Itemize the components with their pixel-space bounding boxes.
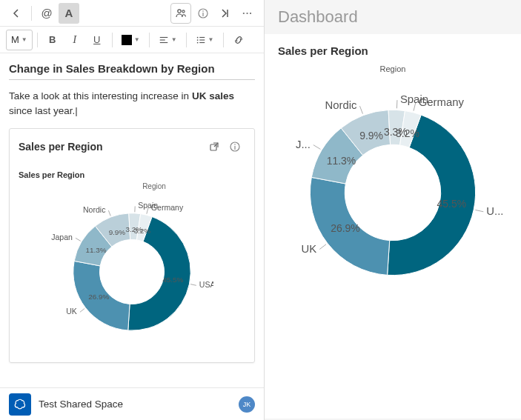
svg-line-27 bbox=[313, 145, 321, 150]
category-label: Japan bbox=[51, 233, 73, 241]
svg-line-25 bbox=[475, 210, 483, 211]
svg-line-21 bbox=[76, 238, 81, 241]
donut-chart-large[interactable]: 45.5%26.9%11.3%9.9%3.3%3.2%U...UKJ...Nor… bbox=[278, 78, 508, 307]
embedded-chart-card: Sales per Region Sales per Region Region… bbox=[9, 128, 255, 363]
editor-panel: @ A ··· M▼ B I U ▼ ▼ ▼ Change in Sales B… bbox=[0, 0, 265, 420]
category-label: USA bbox=[199, 280, 213, 289]
value-label: 3.2% bbox=[134, 226, 151, 234]
svg-line-29 bbox=[396, 100, 397, 108]
svg-point-17 bbox=[234, 144, 236, 145]
back-button[interactable] bbox=[6, 3, 27, 24]
mention-button[interactable]: @ bbox=[36, 3, 57, 24]
svg-point-1 bbox=[182, 10, 185, 12]
category-label: Germany bbox=[151, 202, 184, 211]
value-label: 9.9% bbox=[109, 227, 126, 236]
svg-line-20 bbox=[80, 308, 84, 312]
category-label: Germany bbox=[419, 96, 465, 108]
value-label: 3.2% bbox=[396, 127, 419, 139]
svg-point-9 bbox=[196, 36, 198, 38]
list-select[interactable]: ▼ bbox=[191, 30, 219, 50]
goto-end-button[interactable] bbox=[215, 3, 236, 24]
people-button[interactable] bbox=[170, 3, 191, 24]
svg-point-0 bbox=[178, 9, 181, 12]
share-icon[interactable] bbox=[204, 136, 225, 157]
svg-line-19 bbox=[190, 284, 196, 285]
info-button[interactable] bbox=[193, 3, 213, 24]
note-paragraph[interactable]: Take a look at this interesting increase… bbox=[9, 89, 255, 119]
dashboard-chart-title: Sales per Region bbox=[278, 44, 508, 57]
value-label: 9.9% bbox=[359, 130, 383, 141]
category-label: Nordic bbox=[325, 99, 358, 111]
text-cursor: | bbox=[75, 105, 78, 116]
svg-line-22 bbox=[108, 210, 110, 216]
value-label: 11.3% bbox=[86, 245, 107, 253]
category-label: UK bbox=[302, 243, 317, 255]
separator bbox=[223, 33, 224, 47]
category-label: U... bbox=[486, 205, 503, 217]
text-mode-button[interactable]: A bbox=[59, 3, 79, 24]
italic-button[interactable]: I bbox=[64, 30, 85, 50]
link-button[interactable] bbox=[228, 30, 249, 50]
toolbar-format: M▼ B I U ▼ ▼ ▼ bbox=[0, 27, 264, 53]
category-label: UK bbox=[66, 307, 77, 316]
separator bbox=[149, 33, 150, 47]
note-heading[interactable]: Change in Sales Breakdown by Region bbox=[9, 62, 255, 80]
info-icon[interactable] bbox=[225, 136, 245, 157]
value-label: 11.3% bbox=[327, 155, 356, 167]
dashboard-legend-title: Region bbox=[278, 64, 508, 73]
separator bbox=[31, 6, 32, 21]
color-swatch bbox=[122, 35, 132, 45]
svg-line-28 bbox=[359, 106, 362, 113]
separator bbox=[37, 33, 38, 47]
category-label: Nordic bbox=[83, 204, 105, 213]
svg-rect-4 bbox=[202, 13, 203, 16]
value-label: 45.5% bbox=[437, 198, 467, 210]
separator bbox=[186, 33, 187, 47]
bold-button[interactable]: B bbox=[42, 30, 63, 50]
space-name[interactable]: Test Shared Space bbox=[39, 399, 231, 410]
svg-point-3 bbox=[202, 10, 204, 12]
chart-subtitle: Sales per Region bbox=[19, 170, 245, 179]
editor-content[interactable]: Change in Sales Breakdown by Region Take… bbox=[0, 53, 264, 387]
text-color-select[interactable]: ▼ bbox=[117, 30, 145, 50]
dashboard-panel: Dashboard Sales per Region Region 45.5%2… bbox=[265, 0, 521, 420]
svg-point-11 bbox=[196, 39, 198, 41]
svg-line-26 bbox=[319, 244, 326, 250]
paragraph-style-select[interactable]: M▼ bbox=[6, 30, 33, 50]
more-button[interactable]: ··· bbox=[237, 3, 258, 24]
legend-title: Region bbox=[63, 182, 245, 190]
separator bbox=[112, 33, 113, 47]
toolbar-primary: @ A ··· bbox=[0, 0, 264, 27]
value-label: 26.9% bbox=[331, 222, 360, 234]
space-icon[interactable] bbox=[9, 393, 31, 416]
dashboard-title: Dashboard bbox=[265, 0, 521, 34]
underline-button[interactable]: U bbox=[87, 30, 107, 50]
category-label: J... bbox=[296, 139, 311, 150]
svg-point-13 bbox=[196, 41, 198, 43]
card-header: Sales per Region bbox=[10, 129, 254, 164]
donut-chart-small[interactable]: 45.5%26.9%11.3%9.9%3.2%3.2%USAUKJapanNor… bbox=[19, 190, 245, 353]
value-label: 45.5% bbox=[162, 276, 183, 284]
footer-bar: Test Shared Space JK bbox=[0, 387, 264, 420]
svg-rect-18 bbox=[234, 146, 235, 150]
card-title: Sales per Region bbox=[19, 141, 204, 153]
value-label: 26.9% bbox=[88, 293, 109, 301]
user-avatar[interactable]: JK bbox=[239, 396, 255, 413]
dashboard-body: Sales per Region Region 45.5%26.9%11.3%9… bbox=[265, 34, 521, 419]
align-select[interactable]: ▼ bbox=[154, 30, 182, 50]
